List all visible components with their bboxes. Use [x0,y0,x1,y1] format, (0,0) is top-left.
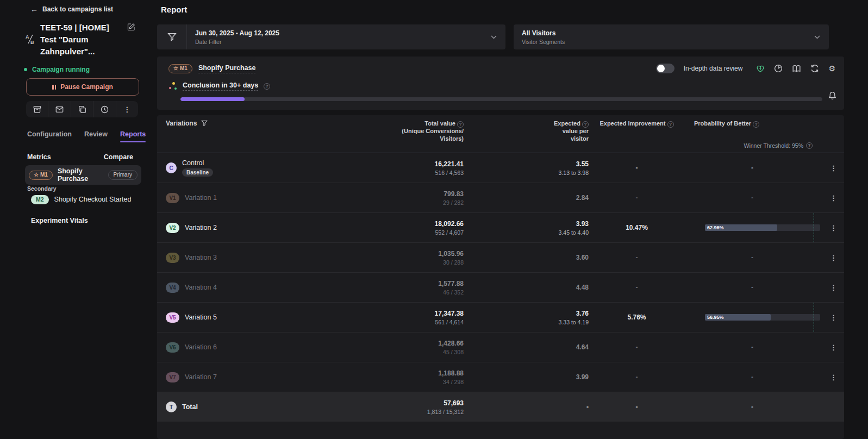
variation-badge: V5 [166,312,179,323]
variation-name: Variation 4 [185,284,217,291]
info-icon[interactable]: ? [264,83,270,90]
bell-icon[interactable] [828,91,836,100]
expected-value: 2.84 [576,194,589,202]
edit-campaign-name-icon[interactable] [127,23,135,31]
winner-threshold-line [814,213,814,242]
row-menu-button[interactable]: ⋮ [830,254,837,262]
expected-value: 3.55 [576,160,589,168]
row-menu-cell: ⋮ [823,183,844,212]
gear-icon[interactable]: ⚙ [828,65,835,72]
row-menu-cell: ⋮ [823,213,844,242]
date-filter-text: Jun 30, 2025 - Aug 12, 2025 Date Filter [187,24,279,49]
probability-cell: - [682,243,823,272]
email-button[interactable] [48,101,70,117]
chevron-down-icon [491,24,505,49]
in-depth-data-review-toggle[interactable] [656,64,675,73]
experiment-vitals-link[interactable]: Experiment Vitals [31,217,88,224]
info-icon[interactable]: ? [457,121,464,128]
campaign-action-bar: ⋮ [26,101,138,117]
back-arrow-icon: ← [30,5,38,13]
conclusion-label[interactable]: Conclusion in 30+ days [183,81,258,91]
row-menu-cell: ⋮ [823,273,844,302]
info-icon[interactable]: ? [667,121,674,128]
table-row-v7: V7Variation 71,188.8834 / 2983.99--⋮ [157,362,844,392]
expected-improvement-cell: 5.76% [592,303,682,332]
conversions-visitors: 1,813 / 15,312 [427,409,464,415]
kebab-icon: ⋮ [123,105,130,114]
variation-name: Variation 7 [185,373,217,381]
expected-value-cell: 3.99 [467,362,592,392]
expected-range: 3.45 to 4.40 [559,229,589,236]
expected-value-column-header: Expected ? value per visitor [467,115,592,153]
variation-cell: V3Variation 3 [157,243,320,272]
probability-bar-fill: 62.96% [705,224,777,231]
status-dot-icon [24,68,27,71]
total-value: 799.83 [444,190,464,198]
conversions-visitors: 561 / 4,614 [435,319,464,325]
row-menu-button[interactable]: ⋮ [830,194,837,202]
variation-name-stack: Variation 3 [185,254,217,261]
expected-value: 3.76 [576,310,589,317]
table-row-c: CControlBaseline16,221.41516 / 4,5633.55… [157,153,844,183]
row-menu-cell: ⋮ [823,243,844,272]
pause-icon [52,85,56,90]
duplicate-button[interactable] [71,101,93,117]
row-menu-cell: ⋮ [823,303,844,332]
variation-name-stack: Total [182,403,198,411]
tab-reports[interactable]: Reports [120,130,146,142]
variation-cell: V2Variation 2 [157,213,320,242]
row-menu-button[interactable]: ⋮ [830,373,837,381]
back-to-campaigns-link[interactable]: ← Back to campaigns list [30,5,113,13]
campaign-title: TEET-59 | [HOME] Test "Darum Zahnpulver"… [40,22,109,58]
date-filter-dropdown[interactable]: Jun 30, 2025 - Aug 12, 2025 Date Filter [157,24,505,49]
pause-campaign-button[interactable]: Pause Campaign [26,78,139,96]
campaign-title-block: AB TEET-59 | [HOME] Test "Darum Zahnpulv… [25,22,126,58]
docs-book-icon[interactable] [792,65,801,73]
secondary-metric-item[interactable]: M2 Shopify Checkout Started [31,195,131,204]
variation-name-stack: Variation 1 [185,194,217,202]
variation-badge: T [166,402,177,412]
refresh-icon[interactable] [810,64,819,73]
conversions-visitors: 552 / 4,607 [435,229,464,236]
pie-chart-icon[interactable] [774,64,783,73]
probability-cell: 62.96% [682,213,823,242]
secondary-section-label: Secondary [27,185,57,192]
row-menu-button[interactable]: ⋮ [830,164,837,172]
health-check-icon[interactable] [756,65,765,73]
info-icon[interactable]: ? [582,121,589,128]
expected-improvement-cell: - [592,362,682,392]
variation-badge: V4 [166,283,179,293]
variations-filter-icon[interactable] [201,120,208,127]
row-menu-cell: ⋮ [823,362,844,392]
history-button[interactable] [93,101,115,117]
total-value-cell: 1,035.9630 / 288 [320,243,467,272]
row-menu-button[interactable]: ⋮ [830,224,837,232]
row-menu-button[interactable]: ⋮ [830,313,837,322]
primary-tag: Primary [108,170,138,180]
metrics-heading: Metrics [27,153,51,161]
variation-name-stack: Variation 4 [185,284,217,291]
tab-review[interactable]: Review [84,130,108,142]
conversions-visitors: 34 / 298 [443,379,464,385]
variation-name: Variation 1 [185,194,217,202]
page-title: Report [161,5,187,14]
probability-cell: - [682,183,823,212]
row-menu-button[interactable]: ⋮ [830,343,837,352]
archive-button[interactable] [26,101,48,117]
compare-link[interactable]: Compare [104,153,133,161]
variation-badge: V3 [166,253,179,263]
probability-cell: - [682,273,823,302]
expected-value-cell: 3.763.33 to 4.19 [467,303,592,332]
tab-configuration[interactable]: Configuration [27,130,72,142]
visitor-segments-dropdown[interactable]: All Visitors Visitor Segments [514,24,829,49]
segment-filter-label: Visitor Segments [522,39,565,45]
row-menu-cell [823,392,844,422]
info-icon[interactable]: ? [753,121,759,128]
info-icon[interactable]: ? [806,142,813,149]
primary-metric-item[interactable]: ☆ M1 Shopify Purchase Primary [25,165,141,185]
variation-name: Variation 3 [185,254,217,261]
more-actions-button[interactable]: ⋮ [116,101,138,117]
expected-improvement-cell: - [592,243,682,272]
row-menu-button[interactable]: ⋮ [830,284,837,292]
metric-name[interactable]: Shopify Purchase [198,64,256,73]
